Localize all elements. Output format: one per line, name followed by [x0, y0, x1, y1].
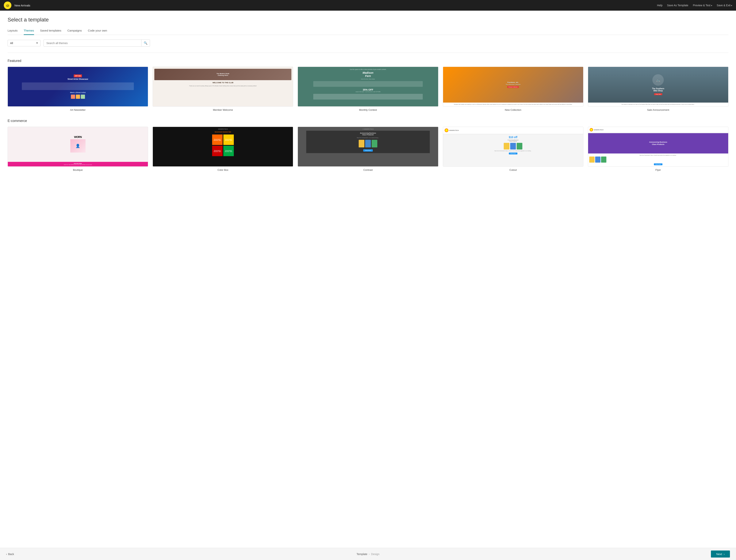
- template-name-member-welcome: Member Welcome: [153, 108, 293, 111]
- thumbnail-new-collection[interactable]: Furniture, etc.The Whimsical CollectionB…: [443, 67, 583, 107]
- cutout-preview: GENERICTECH $10 off Announcing BusinessC…: [443, 127, 583, 166]
- template-card-new-collection[interactable]: Furniture, etc.The Whimsical CollectionB…: [443, 67, 583, 111]
- nav-preview-test[interactable]: Preview & Test: [693, 4, 712, 7]
- thumbnail-color-box[interactable]: GENERICTECH Generictech Summer Sale Gene…: [153, 127, 293, 167]
- template-name-contrast: Contrast: [298, 168, 438, 171]
- filters-row: All Business E-commerce Art & Entertainm…: [8, 40, 728, 47]
- thumbnail-member-welcome[interactable]: The Modern DudeClothing Store WELCOME TO…: [153, 67, 293, 107]
- tab-saved-templates[interactable]: Saved templates: [40, 29, 61, 35]
- sale-announcement-preview: 🚲 The SouthernBike Shop Shop Sale This s…: [588, 67, 728, 106]
- thumbnail-cutout[interactable]: GENERICTECH $10 off Announcing BusinessC…: [443, 127, 583, 167]
- template-card-member-welcome[interactable]: The Modern DudeClothing Store WELCOME TO…: [153, 67, 293, 111]
- template-card-art-newsletter[interactable]: ART BIZ Street Artist Showcase Meet a St…: [8, 67, 148, 111]
- thumbnail-art-newsletter[interactable]: ART BIZ Street Artist Showcase Meet a St…: [8, 67, 148, 107]
- search-input[interactable]: [44, 40, 141, 46]
- featured-section-title: Featured: [8, 59, 728, 63]
- template-card-cutout[interactable]: GENERICTECH $10 off Announcing BusinessC…: [443, 127, 583, 171]
- tab-code-your-own[interactable]: Code your own: [88, 29, 107, 35]
- nav-save-exit[interactable]: Save & Exit: [717, 4, 732, 7]
- thumbnail-monthly-contest[interactable]: Use this space to offer a short preview …: [298, 67, 438, 107]
- main-content: Select a template Layouts Themes Saved t…: [0, 11, 736, 198]
- ecommerce-section-title: E-commerce: [8, 119, 728, 123]
- template-card-sale-announcement[interactable]: 🚲 The SouthernBike Shop Shop Sale This s…: [588, 67, 728, 111]
- template-name-flyer: Flyer: [588, 168, 728, 171]
- new-collection-preview: Furniture, etc.The Whimsical CollectionB…: [443, 67, 583, 106]
- ecommerce-template-grid: WORN 👤 PROJEKTPINK SHOP OF THE SPRING WI…: [8, 127, 728, 171]
- member-welcome-preview: The Modern DudeClothing Store WELCOME TO…: [153, 67, 293, 106]
- color-box-preview: GENERICTECH Generictech Summer Sale Gene…: [153, 127, 293, 166]
- template-card-monthly-contest[interactable]: Use this space to offer a short preview …: [298, 67, 438, 111]
- featured-template-grid: ART BIZ Street Artist Showcase Meet a St…: [8, 67, 728, 111]
- header-nav: Help Save As Template Preview & Test Sav…: [657, 4, 732, 7]
- header: New Arrivals Help Save As Template Previ…: [0, 0, 736, 11]
- flyer-preview: GENERICTECH Announcing BusinessClass Pro…: [588, 127, 728, 166]
- campaign-name: New Arrivals: [14, 4, 657, 7]
- nav-save-as-template[interactable]: Save As Template: [667, 4, 688, 7]
- template-name-new-collection: New Collection: [443, 108, 583, 111]
- template-name-cutout: Cutout: [443, 168, 583, 171]
- art-newsletter-preview: ART BIZ Street Artist Showcase Meet a St…: [8, 67, 148, 106]
- template-name-monthly-contest: Monthly Contest: [298, 108, 438, 111]
- template-card-boutique[interactable]: WORN 👤 PROJEKTPINK SHOP OF THE SPRING WI…: [8, 127, 148, 171]
- template-card-flyer[interactable]: GENERICTECH Announcing BusinessClass Pro…: [588, 127, 728, 171]
- template-card-color-box[interactable]: GENERICTECH Generictech Summer Sale Gene…: [153, 127, 293, 171]
- nav-help[interactable]: Help: [657, 4, 663, 7]
- search-container: 🔍: [44, 40, 150, 47]
- featured-section: Featured ART BIZ Street Artist Showcase …: [8, 59, 728, 111]
- svg-point-7: [8, 5, 9, 5]
- tab-layouts[interactable]: Layouts: [8, 29, 18, 35]
- thumbnail-boutique[interactable]: WORN 👤 PROJEKTPINK SHOP OF THE SPRING WI…: [8, 127, 148, 167]
- template-card-contrast[interactable]: ✦ GENERICTECH Announcing BusinessClass P…: [298, 127, 438, 171]
- template-name-boutique: Boutique: [8, 168, 148, 171]
- svg-point-5: [8, 5, 8, 6]
- template-name-art-newsletter: Art Newsletter: [8, 108, 148, 111]
- svg-point-4: [7, 5, 7, 6]
- category-filter[interactable]: All Business E-commerce Art & Entertainm…: [8, 40, 40, 46]
- mailchimp-logo: [4, 2, 11, 9]
- template-name-color-box: Color Box: [153, 168, 293, 171]
- thumbnail-flyer[interactable]: GENERICTECH Announcing BusinessClass Pro…: [588, 127, 728, 167]
- tab-campaigns[interactable]: Campaigns: [67, 29, 82, 35]
- monthly-contest-preview: Use this space to offer a short preview …: [298, 67, 438, 106]
- search-icon: 🔍: [144, 41, 147, 45]
- template-name-sale-announcement: Sale Announcement: [588, 108, 728, 111]
- tabs-nav: Layouts Themes Saved templates Campaigns…: [8, 29, 728, 35]
- ecommerce-section: E-commerce WORN 👤 PROJEKTPINK: [8, 119, 728, 171]
- page-title: Select a template: [8, 17, 728, 23]
- contrast-preview: ✦ GENERICTECH Announcing BusinessClass P…: [298, 127, 438, 166]
- tab-themes[interactable]: Themes: [24, 29, 34, 35]
- thumbnail-sale-announcement[interactable]: 🚲 The SouthernBike Shop Shop Sale This s…: [588, 67, 728, 107]
- search-button[interactable]: 🔍: [141, 40, 150, 46]
- boutique-preview: WORN 👤 PROJEKTPINK SHOP OF THE SPRING WI…: [8, 127, 148, 166]
- thumbnail-contrast[interactable]: ✦ GENERICTECH Announcing BusinessClass P…: [298, 127, 438, 167]
